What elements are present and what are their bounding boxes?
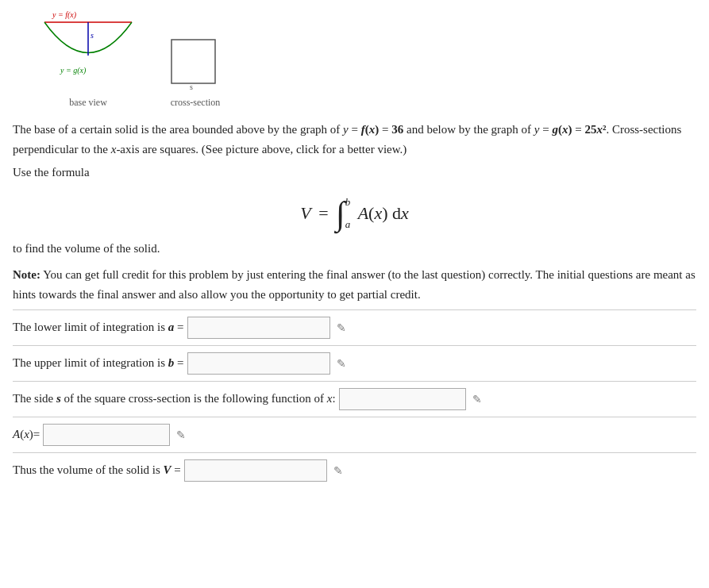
lower-limit-row: The lower limit of integration is a = ✎ [13, 317, 696, 339]
divider-1 [13, 309, 696, 310]
integral-limits: b a [345, 196, 351, 231]
divider-5 [13, 452, 696, 453]
diagram-section: y = f(x) s y = g(x) base view s cross-se… [37, 8, 696, 109]
upper-limit-label: b [345, 196, 351, 209]
svg-rect-2 [171, 40, 215, 83]
base-view-svg: y = f(x) s y = g(x) [37, 8, 140, 95]
side-row: The side s of the square cross-section i… [13, 388, 696, 410]
formula-expr: V = ∫ b a A(x) dx [300, 196, 409, 231]
base-view-label: base view [69, 97, 107, 109]
cross-section-svg: s [164, 32, 227, 95]
ax-label-text: A(x)= [13, 428, 40, 441]
formula-equals: = [314, 203, 333, 224]
upper-limit-pencil-button[interactable]: ✎ [333, 355, 349, 371]
upper-limit-input[interactable] [187, 352, 330, 375]
note-bold: Note: [13, 268, 40, 281]
upper-limit-label-text: The upper limit of integration is b = [13, 356, 184, 370]
lower-limit-label: a [345, 218, 351, 231]
base-view: y = f(x) s y = g(x) base view [37, 8, 140, 109]
formula-V: V [300, 203, 310, 224]
lower-limit-label-text: The lower limit of integration is a = [13, 321, 184, 334]
lower-limit-pencil-button[interactable]: ✎ [333, 320, 349, 336]
ax-row: A(x)= ✎ [13, 424, 696, 446]
problem-statement: The base of a certain solid is the area … [13, 120, 696, 159]
volume-pencil-button[interactable]: ✎ [330, 463, 346, 478]
cross-s-label: s [190, 83, 193, 91]
after-formula-text: to find the volume of the solid. [13, 239, 696, 259]
ax-pencil-button[interactable]: ✎ [173, 427, 189, 443]
volume-row: Thus the volume of the solid is V = ✎ [13, 459, 696, 482]
gx-label: y = g(x) [60, 66, 87, 75]
volume-input[interactable] [184, 459, 327, 482]
upper-limit-row: The upper limit of integration is b = ✎ [13, 352, 696, 375]
note-body: You can get full credit for this problem… [13, 268, 696, 301]
integral-symbol: ∫ [336, 197, 345, 230]
side-pencil-button[interactable]: ✎ [469, 391, 485, 407]
side-input[interactable] [339, 388, 466, 410]
ax-input[interactable] [43, 424, 170, 446]
divider-3 [13, 381, 696, 382]
use-formula-text: Use the formula [13, 163, 696, 183]
cross-section-label: cross-section [171, 97, 221, 109]
formula-block: V = ∫ b a A(x) dx [13, 196, 696, 231]
volume-label-text: Thus the volume of the solid is V = [13, 463, 181, 477]
divider-2 [13, 345, 696, 346]
lower-limit-input[interactable] [187, 317, 330, 339]
cross-section-view: s cross-section [164, 32, 227, 109]
side-label-text: The side s of the square cross-section i… [13, 392, 336, 405]
divider-4 [13, 417, 696, 417]
s-label: s [91, 31, 94, 40]
fx-label: y = f(x) [52, 10, 77, 20]
integrand: A(x) dx [353, 203, 409, 224]
note-text: Note: You can get full credit for this p… [13, 265, 696, 305]
